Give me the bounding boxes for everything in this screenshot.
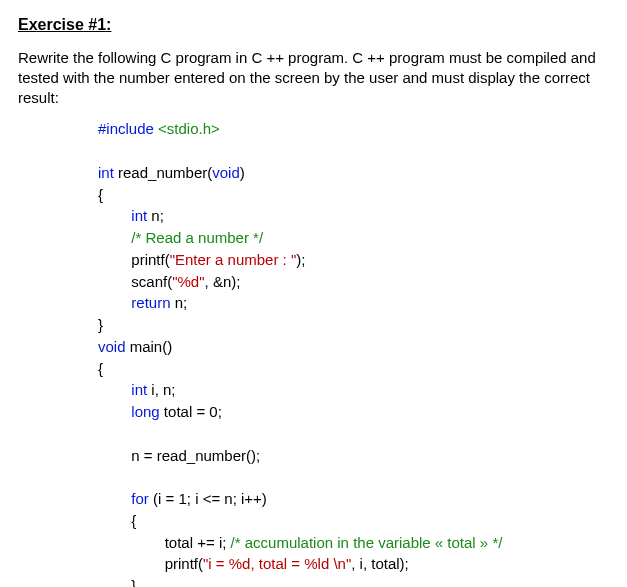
code-str: "%d" [172,273,204,290]
code-txt: ); [296,251,305,268]
code-txt: main() [126,338,173,355]
code-kw: int [131,381,147,398]
code-inc: <stdio.h> [158,120,220,137]
code-kw: #include [98,120,158,137]
code-txt: n = read_number(); [131,447,260,464]
exercise-heading: Exercise #1: [18,14,609,36]
code-txt: , &n); [205,273,241,290]
code-txt: { [98,360,103,377]
code-txt: total = 0; [160,403,222,420]
code-txt: , i, total); [351,555,409,572]
code-kw: void [98,338,126,355]
code-kw: return [131,294,170,311]
code-txt: { [98,186,103,203]
code-kw: long [131,403,159,420]
code-txt: (i = 1; i <= n; i++) [149,490,267,507]
code-kw: for [131,490,149,507]
code-txt: n; [171,294,188,311]
code-txt: { [131,512,136,529]
code-txt: n; [147,207,164,224]
code-txt: ) [240,164,245,181]
code-cmt: /* Read a number */ [131,229,263,246]
exercise-intro: Rewrite the following C program in C ++ … [18,48,609,109]
code-cmt: /* accumulation in the variable « total … [231,534,503,551]
code-txt: } [98,316,103,333]
code-txt: i, n; [147,381,175,398]
code-kw: int [131,207,147,224]
code-kw: void [212,164,240,181]
code-str: "Enter a number : " [170,251,297,268]
code-kw: int [98,164,114,181]
code-block: #include <stdio.h> int read_number(void)… [98,118,609,587]
code-txt: printf( [131,251,169,268]
code-str: "i = %d, total = %ld \n" [203,555,351,572]
code-txt: read_number( [114,164,212,181]
code-txt: total += i; [165,534,231,551]
code-txt: scanf( [131,273,172,290]
code-txt: } [131,577,136,587]
code-txt: printf( [165,555,203,572]
